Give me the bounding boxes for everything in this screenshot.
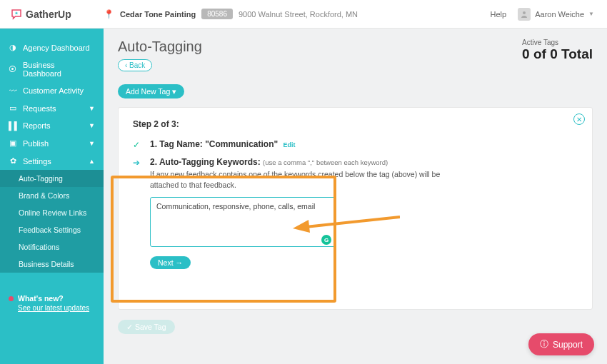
bars-icon: ▌▌ — [9, 121, 17, 130]
location-name: Cedar Tone Painting — [120, 10, 196, 19]
publish-icon: ▣ — [9, 138, 17, 148]
support-label: Support — [553, 340, 583, 350]
tag-wizard-panel: ✕ Step 2 of 3: ✓ 1. Tag Name: "Communica… — [118, 107, 593, 310]
notification-dot-icon — [9, 296, 14, 301]
back-button[interactable]: ‹ Back — [118, 59, 152, 71]
step-2-row: ➔ 2. Auto-Tagging Keywords: (use a comma… — [133, 157, 578, 269]
step2-label: Auto-Tagging Keywords: — [159, 157, 261, 167]
sidebar-sub-feedback-settings[interactable]: Feedback Settings — [0, 221, 104, 238]
help-circle-icon: ⓘ — [540, 338, 548, 350]
topbar-right: Help Aaron Weiche ▼ — [491, 8, 594, 21]
svg-point-0 — [523, 11, 526, 14]
sidebar-sub-auto-tagging[interactable]: Auto-Tagging — [0, 170, 104, 187]
page-title: Auto-Tagging — [118, 39, 202, 55]
sidebar: ◑Agency Dashboard ⦿Business Dashboard 〰C… — [0, 29, 104, 364]
sidebar-item-requests[interactable]: ▭Requests▼ — [0, 99, 104, 117]
add-new-tag-button[interactable]: Add New Tag ▾ — [118, 84, 184, 98]
chevron-up-icon: ▲ — [89, 158, 95, 165]
keywords-input[interactable] — [150, 197, 336, 247]
step-1-row: ✓ 1. Tag Name: "Communication" Edit — [133, 139, 578, 150]
location-zip: 80586 — [201, 9, 233, 19]
sidebar-item-reports[interactable]: ▌▌Reports▼ — [0, 117, 104, 134]
help-link[interactable]: Help — [491, 10, 507, 19]
brand-name: GatherUp — [26, 9, 71, 20]
chat-star-icon — [10, 8, 23, 21]
step1-label: Tag Name: "Communication" — [159, 139, 278, 149]
logo-wrap: GatherUp — [0, 8, 104, 21]
gear-icon: ✿ — [9, 156, 17, 166]
sidebar-subgroup-settings: Auto-Tagging Brand & Colors Online Revie… — [0, 170, 104, 273]
chevron-down-icon: ▼ — [89, 122, 95, 129]
check-icon: ✓ — [133, 140, 143, 150]
step2-hint: (use a comma "," between each keyword) — [263, 158, 388, 166]
edit-step1-link[interactable]: Edit — [284, 141, 296, 148]
step-header: Step 2 of 3: — [133, 119, 578, 129]
sidebar-item-publish[interactable]: ▣Publish▼ — [0, 134, 104, 152]
active-tags-counter: Active Tags 0 of 0 Total — [522, 39, 593, 62]
close-icon: ✕ — [576, 116, 582, 123]
sidebar-sub-notifications[interactable]: Notifications — [0, 238, 104, 256]
sidebar-item-customer-activity[interactable]: 〰Customer Activity — [0, 82, 104, 99]
whats-new-link[interactable]: See our latest updates — [18, 304, 95, 312]
next-button[interactable]: Next → — [150, 256, 191, 269]
location-section[interactable]: 📍 Cedar Tone Painting 80586 9000 Walnut … — [104, 9, 358, 19]
pin-icon: 📍 — [104, 9, 114, 19]
chevron-down-icon: ▼ — [89, 105, 95, 112]
dashboard-icon: ◑ — [9, 43, 17, 52]
arrow-right-icon: ➔ — [133, 158, 143, 168]
chevron-down-icon: ▼ — [89, 140, 95, 147]
sidebar-item-agency-dashboard[interactable]: ◑Agency Dashboard — [0, 39, 104, 56]
user-name: Aaron Weiche — [535, 10, 584, 19]
main-content: Auto-Tagging ‹ Back Active Tags 0 of 0 T… — [104, 29, 607, 364]
step2-desc: If any new feedback contains one of the … — [150, 169, 450, 190]
close-button[interactable]: ✕ — [573, 113, 585, 125]
topbar: GatherUp 📍 Cedar Tone Painting 80586 900… — [0, 0, 607, 29]
brand-logo[interactable]: GatherUp — [10, 8, 71, 21]
active-tags-label: Active Tags — [522, 39, 593, 46]
chat-icon: ▭ — [9, 103, 17, 113]
sidebar-sub-business-details[interactable]: Business Details — [0, 256, 104, 273]
save-tag-button[interactable]: ✓ Save Tag — [118, 320, 175, 334]
sidebar-item-business-dashboard[interactable]: ⦿Business Dashboard — [0, 56, 104, 82]
support-button[interactable]: ⓘ Support — [528, 333, 594, 355]
pin-icon: ⦿ — [9, 65, 17, 74]
whats-new-title: What's new? — [18, 294, 64, 303]
avatar-icon — [518, 8, 531, 21]
active-tags-value: 0 of 0 Total — [522, 46, 593, 62]
user-menu[interactable]: Aaron Weiche ▼ — [518, 8, 594, 21]
sidebar-sub-brand-colors[interactable]: Brand & Colors — [0, 187, 104, 204]
caret-down-icon: ▼ — [588, 11, 594, 17]
sidebar-sub-online-review-links[interactable]: Online Review Links — [0, 204, 104, 221]
whats-new: What's new? See our latest updates — [0, 294, 104, 312]
activity-icon: 〰 — [9, 86, 17, 95]
sidebar-item-settings[interactable]: ✿Settings▲ — [0, 152, 104, 170]
location-address: 9000 Walnut Street, Rockford, MN — [239, 10, 358, 19]
